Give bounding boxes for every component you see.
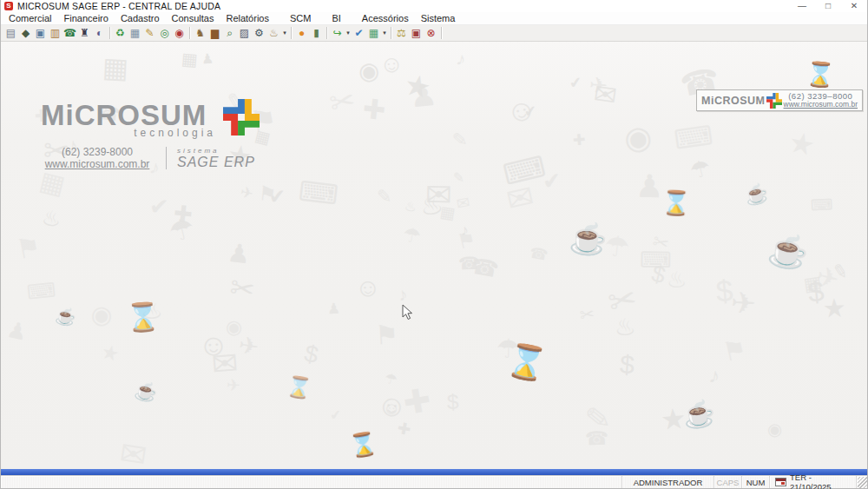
- status-num-indicator: NUM: [742, 476, 770, 488]
- watermark-icon: ◉: [89, 301, 113, 328]
- watermark-icon: ♨: [41, 207, 62, 230]
- barcode-cards-icon[interactable]: ▨: [237, 26, 252, 41]
- watermark-icon: ✚: [172, 202, 193, 227]
- menu-bar: Comercial Financeiro Cadastro Consultas …: [1, 12, 867, 25]
- menu-cadastro[interactable]: Cadastro: [115, 12, 166, 24]
- pour-icon[interactable]: ♨: [266, 26, 281, 41]
- menu-relatorios[interactable]: Relatórios: [220, 12, 275, 24]
- app-icon: S: [4, 2, 13, 10]
- menu-bi[interactable]: BI: [326, 12, 346, 24]
- status-caps-indicator: CAPS: [714, 476, 742, 488]
- minimize-button[interactable]: —: [789, 0, 815, 12]
- calculator-icon-dropdown[interactable]: ▾: [381, 30, 388, 36]
- window-title: MICROSUM SAGE ERP - CENTRAL DE AJUDA: [17, 1, 220, 11]
- title-bar: S MICROSUM SAGE ERP - CENTRAL DE AJUDA —…: [1, 0, 867, 12]
- exit-icon[interactable]: ⊗: [424, 26, 438, 41]
- watermark-icon: ⌨: [811, 198, 833, 215]
- sphere-icon[interactable]: ●: [294, 26, 309, 41]
- watermark-icon: ⌛: [661, 190, 692, 215]
- watermark-icon: ✈: [730, 288, 756, 320]
- stock-recycle-icon[interactable]: ♻: [113, 26, 128, 41]
- watermark-icon: ◉: [225, 318, 242, 338]
- watermark-icon: ☺: [503, 93, 540, 129]
- monitor-alert-icon[interactable]: ▣: [409, 26, 424, 41]
- media-icon[interactable]: ▦: [128, 26, 142, 41]
- menu-sistema[interactable]: Sistema: [415, 12, 462, 24]
- badge-brand-text: MiCROSUM: [701, 95, 765, 107]
- watermark-icon: ✈: [589, 74, 608, 96]
- workstation-icon[interactable]: ▣: [33, 26, 48, 41]
- watermark-icon: ☎: [585, 429, 609, 448]
- calculator-icon[interactable]: ▦: [366, 26, 381, 41]
- contact-badge: MiCROSUM (62) 3239–8000 www.microsum.com…: [696, 89, 863, 111]
- inventory-chest-icon[interactable]: ▆: [207, 26, 222, 41]
- edit-document-icon[interactable]: ✎: [142, 26, 157, 41]
- watermark-icon: ✉: [117, 438, 148, 469]
- redo-arrow-icon-dropdown[interactable]: ▾: [345, 30, 352, 36]
- watermark-icon: ♨: [404, 199, 418, 215]
- watermark-icon: ♟: [635, 171, 664, 203]
- watermark-icon: ✔: [569, 75, 583, 91]
- supplier-icon[interactable]: ♞: [193, 26, 207, 41]
- maximize-button[interactable]: □: [815, 0, 841, 12]
- watermark-icon: ★: [99, 341, 121, 365]
- globe-sales-icon[interactable]: ◎: [157, 26, 172, 41]
- color-wheel-icon[interactable]: ◉: [172, 26, 187, 41]
- status-bar: ADMINISTRADOR CAPS NUM TER - 21/10/2025: [1, 475, 867, 488]
- watermark-icon: ✂: [327, 84, 358, 119]
- menu-financeiro[interactable]: Financeiro: [58, 12, 115, 24]
- watermark-icon: ▦: [36, 168, 67, 199]
- menu-consultas[interactable]: Consultas: [166, 12, 220, 24]
- watermark-icon: ⌛: [503, 342, 550, 382]
- watermark-icon: ✔: [148, 195, 169, 219]
- status-date-panel: TER - 21/10/2025: [770, 476, 857, 488]
- brand-block: MiCROSUM tecnologia (62) 3239-8000 www.m…: [41, 102, 275, 170]
- toolbar-separator: [391, 27, 391, 39]
- watermark-icon: ✎: [376, 188, 391, 206]
- badge-pinwheel-icon: [766, 92, 782, 109]
- package-icon[interactable]: ▥: [48, 26, 62, 41]
- watermark-icon: ♨: [418, 190, 445, 220]
- app-window: S MICROSUM SAGE ERP - CENTRAL DE AJUDA —…: [0, 0, 868, 489]
- watermark-icon: ♪: [461, 223, 469, 239]
- toolbar-separator: [441, 27, 442, 39]
- gears-icon[interactable]: ⚙: [252, 26, 266, 41]
- phone-contacts-icon[interactable]: ☎: [62, 26, 77, 41]
- watermark-icon: $: [446, 392, 458, 413]
- watermark-icon: ☕: [568, 221, 608, 255]
- watermark-icon: ♟: [201, 52, 214, 67]
- badge-website-link[interactable]: www.microsum.com.br: [784, 101, 858, 109]
- balance-icon[interactable]: ⚖: [394, 26, 409, 41]
- materials-icon[interactable]: ◆: [18, 26, 33, 41]
- watermark-icon: ✎: [831, 261, 850, 282]
- redo-arrow-icon[interactable]: ↪: [330, 26, 345, 41]
- watermark-icon: ♪: [455, 50, 468, 69]
- resize-grip[interactable]: [857, 476, 867, 488]
- menu-comercial[interactable]: Comercial: [3, 12, 58, 24]
- watermark-icon: ⌛: [805, 62, 836, 88]
- watermark-icon: ⌨: [673, 122, 714, 155]
- watermark-icon: ♟: [408, 80, 438, 113]
- schedule-icon[interactable]: ◐: [92, 26, 107, 41]
- watermark-icon: ☎: [528, 246, 549, 264]
- watermark-icon: ▦: [181, 51, 199, 69]
- tasks-check-icon[interactable]: ✔: [352, 26, 366, 41]
- watermark-icon: ✎: [453, 171, 465, 185]
- watermark-icon: ⚑: [258, 183, 277, 204]
- watermark-icon: ◉: [622, 121, 654, 155]
- watermark-icon: ☕: [55, 307, 78, 327]
- watermark-icon: ◉: [766, 420, 783, 439]
- close-button[interactable]: ✕: [841, 0, 867, 12]
- search-icon[interactable]: ⌕: [222, 26, 237, 41]
- website-link[interactable]: www.microsum.com.br: [41, 158, 154, 170]
- watermark-icon: ☺: [378, 50, 404, 77]
- print-icon[interactable]: ▤: [3, 26, 18, 41]
- catalog-icon[interactable]: ▮: [309, 26, 324, 41]
- menu-scm[interactable]: SCM: [284, 12, 317, 24]
- brand-logo-text: MiCROSUM: [41, 102, 216, 129]
- watermark-icon: ☕: [766, 233, 811, 272]
- terminal-icon[interactable]: ♜: [77, 26, 92, 41]
- watermark-icon: ✂: [228, 274, 257, 306]
- menu-acessorios[interactable]: Acessórios: [356, 12, 415, 24]
- pour-icon-dropdown[interactable]: ▾: [281, 30, 288, 36]
